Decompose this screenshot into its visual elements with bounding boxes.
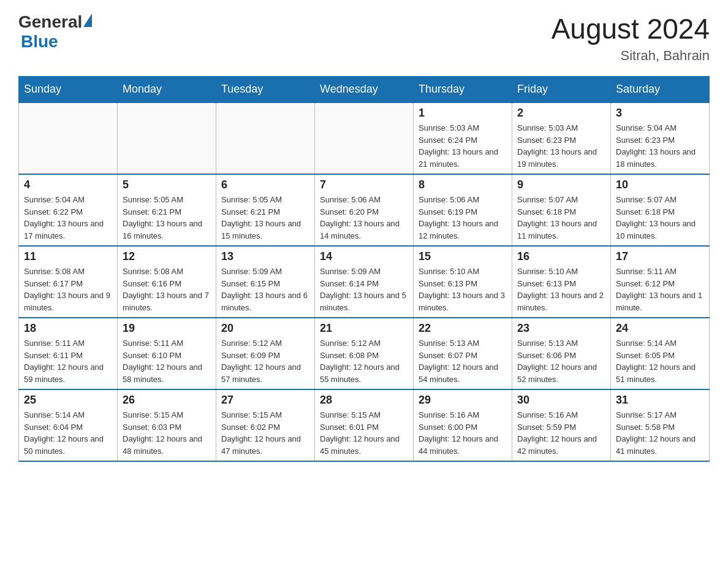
day-number: 16 <box>517 250 605 263</box>
day-info: Sunrise: 5:09 AMSunset: 6:14 PMDaylight:… <box>320 266 408 313</box>
day-number: 2 <box>517 107 605 120</box>
day-info: Sunrise: 5:06 AMSunset: 6:19 PMDaylight:… <box>419 194 507 242</box>
calendar-week-row: 1Sunrise: 5:03 AMSunset: 6:24 PMDaylight… <box>19 102 710 174</box>
day-of-week-header: Tuesday <box>216 77 315 103</box>
logo-general: General <box>18 12 82 32</box>
calendar-day-cell <box>216 102 315 174</box>
calendar-day-cell: 14Sunrise: 5:09 AMSunset: 6:14 PMDayligh… <box>315 246 414 318</box>
month-year-title: August 2024 <box>552 12 710 45</box>
day-info: Sunrise: 5:07 AMSunset: 6:18 PMDaylight:… <box>616 194 704 242</box>
day-info: Sunrise: 5:14 AMSunset: 6:04 PMDaylight:… <box>24 409 112 457</box>
day-info: Sunrise: 5:03 AMSunset: 6:23 PMDaylight:… <box>517 122 605 170</box>
day-of-week-header: Monday <box>118 77 216 103</box>
day-info: Sunrise: 5:15 AMSunset: 6:01 PMDaylight:… <box>320 409 408 457</box>
day-number: 6 <box>221 178 309 191</box>
day-number: 9 <box>517 178 605 191</box>
calendar-day-cell: 19Sunrise: 5:11 AMSunset: 6:10 PMDayligh… <box>118 318 216 389</box>
day-number: 7 <box>320 178 408 191</box>
logo: General Blue <box>18 12 92 52</box>
day-number: 15 <box>419 250 507 263</box>
day-info: Sunrise: 5:04 AMSunset: 6:22 PMDaylight:… <box>24 194 112 242</box>
day-number: 29 <box>419 394 507 407</box>
calendar-week-row: 18Sunrise: 5:11 AMSunset: 6:11 PMDayligh… <box>19 318 710 389</box>
calendar-day-cell: 20Sunrise: 5:12 AMSunset: 6:09 PMDayligh… <box>216 318 315 389</box>
calendar-day-cell: 12Sunrise: 5:08 AMSunset: 6:16 PMDayligh… <box>118 246 216 318</box>
calendar-table: SundayMondayTuesdayWednesdayThursdayFrid… <box>18 76 710 462</box>
calendar-day-cell <box>315 102 414 174</box>
day-info: Sunrise: 5:13 AMSunset: 6:07 PMDaylight:… <box>419 337 507 385</box>
calendar-day-cell: 22Sunrise: 5:13 AMSunset: 6:07 PMDayligh… <box>414 318 512 389</box>
day-info: Sunrise: 5:10 AMSunset: 6:13 PMDaylight:… <box>517 266 605 313</box>
day-number: 18 <box>24 322 112 335</box>
calendar-day-cell: 2Sunrise: 5:03 AMSunset: 6:23 PMDaylight… <box>512 102 611 174</box>
day-info: Sunrise: 5:15 AMSunset: 6:02 PMDaylight:… <box>221 409 309 457</box>
day-info: Sunrise: 5:17 AMSunset: 5:58 PMDaylight:… <box>616 409 704 457</box>
day-info: Sunrise: 5:12 AMSunset: 6:08 PMDaylight:… <box>320 337 408 385</box>
day-number: 5 <box>123 178 211 191</box>
calendar-week-row: 11Sunrise: 5:08 AMSunset: 6:17 PMDayligh… <box>19 246 710 318</box>
calendar-day-cell: 13Sunrise: 5:09 AMSunset: 6:15 PMDayligh… <box>216 246 315 318</box>
calendar-day-cell: 9Sunrise: 5:07 AMSunset: 6:18 PMDaylight… <box>512 174 611 246</box>
calendar-day-cell: 26Sunrise: 5:15 AMSunset: 6:03 PMDayligh… <box>118 389 216 461</box>
calendar-day-cell <box>118 102 216 174</box>
calendar-day-cell: 16Sunrise: 5:10 AMSunset: 6:13 PMDayligh… <box>512 246 611 318</box>
logo-blue: Blue <box>21 32 92 52</box>
calendar-day-cell: 24Sunrise: 5:14 AMSunset: 6:05 PMDayligh… <box>611 318 710 389</box>
day-number: 25 <box>24 394 112 407</box>
day-of-week-header: Saturday <box>611 77 710 103</box>
day-info: Sunrise: 5:03 AMSunset: 6:24 PMDaylight:… <box>419 122 507 170</box>
day-number: 19 <box>123 322 211 335</box>
day-number: 11 <box>24 250 112 263</box>
calendar-day-cell: 28Sunrise: 5:15 AMSunset: 6:01 PMDayligh… <box>315 389 414 461</box>
calendar-day-cell: 15Sunrise: 5:10 AMSunset: 6:13 PMDayligh… <box>414 246 512 318</box>
calendar-day-cell: 10Sunrise: 5:07 AMSunset: 6:18 PMDayligh… <box>611 174 710 246</box>
calendar-day-cell: 1Sunrise: 5:03 AMSunset: 6:24 PMDaylight… <box>414 102 512 174</box>
day-info: Sunrise: 5:14 AMSunset: 6:05 PMDaylight:… <box>616 337 704 385</box>
day-number: 3 <box>616 107 704 120</box>
calendar-day-cell: 27Sunrise: 5:15 AMSunset: 6:02 PMDayligh… <box>216 389 315 461</box>
day-number: 13 <box>221 250 309 263</box>
title-section: August 2024 Sitrah, Bahrain <box>552 12 710 64</box>
day-number: 17 <box>616 250 704 263</box>
day-number: 1 <box>419 107 507 120</box>
day-number: 20 <box>221 322 309 335</box>
day-number: 12 <box>123 250 211 263</box>
location-subtitle: Sitrah, Bahrain <box>552 48 710 64</box>
calendar-day-cell: 5Sunrise: 5:05 AMSunset: 6:21 PMDaylight… <box>118 174 216 246</box>
day-info: Sunrise: 5:05 AMSunset: 6:21 PMDaylight:… <box>123 194 211 242</box>
day-number: 14 <box>320 250 408 263</box>
day-number: 30 <box>517 394 605 407</box>
calendar-day-cell: 11Sunrise: 5:08 AMSunset: 6:17 PMDayligh… <box>19 246 118 318</box>
day-of-week-header: Wednesday <box>315 77 414 103</box>
day-info: Sunrise: 5:04 AMSunset: 6:23 PMDaylight:… <box>616 122 704 170</box>
day-info: Sunrise: 5:09 AMSunset: 6:15 PMDaylight:… <box>221 266 309 313</box>
calendar-day-cell: 30Sunrise: 5:16 AMSunset: 5:59 PMDayligh… <box>512 389 611 461</box>
day-number: 4 <box>24 178 112 191</box>
calendar-day-cell: 3Sunrise: 5:04 AMSunset: 6:23 PMDaylight… <box>611 102 710 174</box>
day-info: Sunrise: 5:08 AMSunset: 6:16 PMDaylight:… <box>123 266 211 313</box>
day-info: Sunrise: 5:16 AMSunset: 5:59 PMDaylight:… <box>517 409 605 457</box>
calendar-day-cell: 23Sunrise: 5:13 AMSunset: 6:06 PMDayligh… <box>512 318 611 389</box>
day-number: 31 <box>616 394 704 407</box>
calendar-day-cell: 18Sunrise: 5:11 AMSunset: 6:11 PMDayligh… <box>19 318 118 389</box>
page-header: General Blue August 2024 Sitrah, Bahrain <box>18 12 710 64</box>
day-info: Sunrise: 5:16 AMSunset: 6:00 PMDaylight:… <box>419 409 507 457</box>
day-number: 22 <box>419 322 507 335</box>
day-of-week-header: Thursday <box>414 77 512 103</box>
calendar-day-cell: 8Sunrise: 5:06 AMSunset: 6:19 PMDaylight… <box>414 174 512 246</box>
day-number: 23 <box>517 322 605 335</box>
day-of-week-header: Sunday <box>19 77 118 103</box>
day-number: 24 <box>616 322 704 335</box>
day-number: 28 <box>320 394 408 407</box>
day-number: 27 <box>221 394 309 407</box>
day-number: 10 <box>616 178 704 191</box>
calendar-day-cell: 29Sunrise: 5:16 AMSunset: 6:00 PMDayligh… <box>414 389 512 461</box>
calendar-day-cell: 31Sunrise: 5:17 AMSunset: 5:58 PMDayligh… <box>611 389 710 461</box>
day-info: Sunrise: 5:11 AMSunset: 6:10 PMDaylight:… <box>123 337 211 385</box>
day-info: Sunrise: 5:10 AMSunset: 6:13 PMDaylight:… <box>419 266 507 313</box>
day-number: 21 <box>320 322 408 335</box>
calendar-day-cell: 4Sunrise: 5:04 AMSunset: 6:22 PMDaylight… <box>19 174 118 246</box>
day-info: Sunrise: 5:11 AMSunset: 6:11 PMDaylight:… <box>24 337 112 385</box>
day-info: Sunrise: 5:12 AMSunset: 6:09 PMDaylight:… <box>221 337 309 385</box>
calendar-header-row: SundayMondayTuesdayWednesdayThursdayFrid… <box>19 77 710 103</box>
